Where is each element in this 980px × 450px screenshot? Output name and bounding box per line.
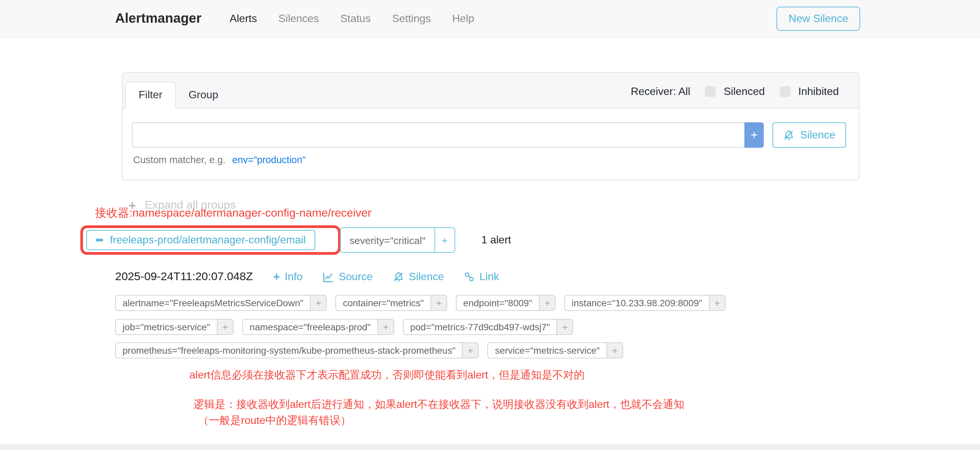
- alert-label-text: endpoint="8009": [457, 296, 539, 310]
- alert-label-text: instance="10.233.98.209:8009": [565, 296, 709, 310]
- alertmanager-page: Alertmanager Alerts Silences Status Sett…: [0, 0, 980, 450]
- matcher-example-link[interactable]: env="production": [232, 154, 306, 165]
- new-silence-button[interactable]: New Silence: [776, 6, 860, 30]
- alert-header-row: 2025-09-24T11:20:07.048Z + Info Source: [115, 270, 499, 284]
- alert-source-label: Source: [339, 271, 372, 283]
- alert-label-chip: service="metrics-service" +: [488, 342, 623, 358]
- alert-label-text: container="metrics": [336, 296, 430, 310]
- alert-labels-row: prometheus="freeleaps-monitoring-system/…: [115, 342, 623, 358]
- top-navbar: Alertmanager Alerts Silences Status Sett…: [0, 0, 980, 38]
- add-filter-button[interactable]: +: [430, 296, 447, 310]
- alert-timestamp: 2025-09-24T11:20:07.048Z: [115, 270, 253, 284]
- alert-silence-label: Silence: [409, 271, 444, 283]
- receiver-dropdown[interactable]: Receiver: All: [631, 86, 690, 98]
- add-filter-button[interactable]: +: [310, 296, 326, 310]
- alert-label-chip: instance="10.233.98.209:8009" +: [564, 295, 725, 311]
- add-filter-button[interactable]: +: [217, 320, 233, 334]
- receiver-group-label: freeleaps-prod/alertmanager-config/email: [110, 234, 305, 246]
- alert-link-label: Link: [479, 271, 499, 283]
- alert-label-chip: prometheus="freeleaps-monitoring-system/…: [115, 342, 479, 358]
- tab-group[interactable]: Group: [176, 82, 231, 108]
- alert-count: 1 alert: [481, 227, 511, 253]
- bell-slash-icon: [784, 129, 795, 141]
- group-matcher-chip: severity="critical" +: [340, 227, 455, 253]
- add-filter-button[interactable]: +: [377, 320, 393, 334]
- alert-label-text: service="metrics-service": [488, 343, 606, 358]
- alert-label-chip: container="metrics" +: [336, 295, 447, 311]
- alert-label-text: job="metrics-service": [116, 320, 217, 334]
- inhibited-checkbox[interactable]: [780, 86, 790, 97]
- filter-card-header: Filter Group Receiver: All Silenced Inhi…: [123, 73, 859, 108]
- filter-card-body: + Silence Custom matcher, e.g. env="prod…: [123, 108, 859, 165]
- silence-filter-button[interactable]: Silence: [773, 122, 846, 148]
- silenced-checkbox[interactable]: [705, 86, 716, 97]
- alert-source-link[interactable]: Source: [323, 271, 372, 283]
- add-filter-button[interactable]: +: [709, 296, 725, 310]
- bell-slash-icon: [393, 271, 404, 282]
- annotation-route-error: （一般是route中的逻辑有错误）: [198, 414, 351, 428]
- nav-item-status[interactable]: Status: [330, 13, 382, 24]
- alert-label-text: pod="metrics-77d9cdb497-wdsj7": [403, 320, 557, 334]
- alert-label-chip: pod="metrics-77d9cdb497-wdsj7" +: [402, 319, 573, 335]
- group-matcher-add-button[interactable]: +: [434, 228, 454, 252]
- annotation-notify-logic: 逻辑是：接收器收到alert后进行通知，如果alert不在接收器下，说明接收器没…: [194, 398, 684, 412]
- chart-line-icon: [323, 271, 334, 282]
- nav-item-silences[interactable]: Silences: [268, 13, 330, 24]
- alert-labels-row: job="metrics-service" + namespace="freel…: [115, 319, 573, 335]
- alert-label-chip: endpoint="8009" +: [456, 295, 555, 311]
- alert-info-label: Info: [285, 271, 302, 283]
- nav-item-alerts[interactable]: Alerts: [219, 13, 268, 24]
- filter-tabs: Filter Group: [125, 73, 231, 108]
- nav-item-help[interactable]: Help: [441, 13, 485, 24]
- filter-header-controls: Receiver: All Silenced Inhibited: [631, 86, 845, 108]
- add-filter-button[interactable]: +: [539, 296, 555, 310]
- alert-label-text: prometheus="freeleaps-monitoring-system/…: [116, 343, 462, 358]
- alert-label-chip: namespace="freeleaps-prod" +: [242, 319, 394, 335]
- silenced-label: Silenced: [724, 86, 765, 98]
- nav-item-settings[interactable]: Settings: [381, 13, 441, 24]
- add-filter-button[interactable]: +: [606, 343, 622, 358]
- alert-label-text: alertname="FreeleapsMetricsServiceDown": [116, 296, 310, 310]
- add-filter-button[interactable]: +: [462, 343, 478, 358]
- filter-card: Filter Group Receiver: All Silenced Inhi…: [122, 72, 859, 181]
- plus-icon: +: [273, 271, 280, 283]
- group-matcher-label: severity="critical": [341, 228, 434, 252]
- matcher-input-row: + Silence: [132, 122, 846, 148]
- add-filter-button[interactable]: +: [557, 320, 573, 334]
- matcher-input[interactable]: [132, 122, 745, 148]
- inhibited-label: Inhibited: [798, 86, 839, 98]
- alert-labels-row: alertname="FreeleapsMetricsServiceDown" …: [115, 295, 725, 311]
- alert-info-button[interactable]: + Info: [273, 271, 302, 283]
- add-matcher-button[interactable]: +: [745, 122, 764, 148]
- link-icon: [464, 271, 475, 282]
- alert-link-button[interactable]: Link: [464, 271, 499, 283]
- alert-label-chip: alertname="FreeleapsMetricsServiceDown" …: [115, 295, 327, 311]
- nav-links: Alerts Silences Status Settings Help: [219, 13, 485, 24]
- tab-filter[interactable]: Filter: [125, 82, 176, 108]
- matcher-helper: Custom matcher, e.g. env="production": [133, 154, 846, 165]
- receiver-group-button[interactable]: freeleaps-prod/alertmanager-config/email: [86, 230, 315, 250]
- annotation-alert-under-receiver: alert信息必须在接收器下才表示配置成功，否则即使能看到alert，但是通知是…: [189, 368, 585, 382]
- alert-label-text: namespace="freeleaps-prod": [243, 320, 377, 334]
- matcher-helper-text: Custom matcher, e.g.: [133, 154, 226, 165]
- minus-icon: [96, 239, 103, 241]
- brand-alertmanager[interactable]: Alertmanager: [115, 11, 202, 26]
- bottom-strip: [0, 444, 980, 450]
- alert-label-chip: job="metrics-service" +: [115, 319, 234, 335]
- alert-silence-button[interactable]: Silence: [393, 271, 444, 283]
- annotation-receiver-format: 接收器:namespace/altermanager-config-name/r…: [95, 205, 372, 221]
- silence-filter-label: Silence: [800, 129, 835, 141]
